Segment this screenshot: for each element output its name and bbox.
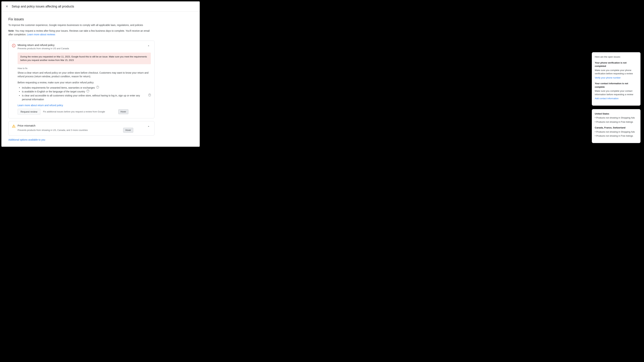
content-area: Fix issues To improve the customer exper… [2,12,162,147]
bullet-item-1: includes requirements for unwanted items… [19,86,151,90]
tooltip-countries: United States • Products not showing in … [592,109,640,143]
tooltip-contact-text: Make sure you complete your contact info… [595,89,638,96]
bullet-text-3: is clear and accessible to all customers… [22,94,147,102]
issue-header-left: ! Missing return and refund policy Preve… [12,44,69,50]
bullet-text-1: includes requirements for unwanted items… [22,86,95,90]
tooltip-open-issues: Here are the open issues: Your phone ver… [592,52,640,106]
tooltip-canada-bullet-2: • Products not showing in Free listings [595,134,638,138]
issue-title-group: Missing return and refund policy Prevent… [18,44,69,50]
how-to-fix-label: How to fix [18,67,151,70]
chevron-up-button-return-refund[interactable] [146,44,151,49]
learn-more-return-refund-link[interactable]: Learn more about return and refund polic… [18,104,63,107]
chevron-up-icon [147,44,150,47]
help-icon-3[interactable]: ? [148,94,151,96]
additional-options: Additional options available to you [8,138,154,141]
tooltip-title: Here are the open issues: [595,55,638,59]
warning-icon: ! [12,124,16,128]
svg-text:!: ! [14,126,14,127]
tooltip-us-bullet-1: • Products not showing in Shopping Ads [595,116,638,120]
hover-button-1[interactable]: Hover [118,109,128,114]
fix-description: Show a clear return and refund policy on… [18,71,151,78]
tooltip-canada-bullet-1: • Products not showing in Shopping Ads [595,130,638,134]
learn-more-reviews-link[interactable]: Learn more about reviews [27,33,55,36]
request-review-button[interactable]: Request review [18,109,40,115]
issue-subtitle-price-mismatch: Prevents products from showing in US, Ca… [18,128,133,133]
svg-text:!: ! [14,44,14,47]
tooltip-section-contact: Your contact information is not complete… [595,82,638,100]
issue-card-return-refund: ! Missing return and refund policy Preve… [8,41,154,118]
us-bullet-1-text: Products not showing in Shopping Ads [596,116,635,119]
verify-phone-link[interactable]: Verify your phone number [595,76,621,79]
tooltip-phone-text: Make sure you complete your phone verifi… [595,69,638,75]
canada-bullet-1-text: Products not showing in Shopping Ads [596,131,635,133]
tooltip-canada-title: Canada, France, Switzerland [595,126,638,130]
tooltip-us-section: United States • Products not showing in … [595,112,638,124]
note-text: Note: You may request a review after fix… [8,29,154,36]
issue-card-price-mismatch: ! Price mismatch Prevents products from … [8,121,154,136]
alert-box: During the review you requested on Mar 1… [18,53,151,64]
issue-header-price-mismatch: ! Price mismatch Prevents products from … [8,121,154,135]
issue-header-left-2: ! Price mismatch Prevents products from … [12,124,133,133]
tooltip-us-title: United States [595,112,638,116]
main-panel: ✕ Setup and policy issues affecting all … [2,2,200,147]
chevron-up-button-price-mismatch[interactable] [146,124,151,130]
issue-body-return-refund: During the review you requested on Mar 1… [8,53,154,118]
bullet-item-3: is clear and accessible to all customers… [19,94,151,102]
issue-title-return-refund: Missing return and refund policy [18,44,69,47]
tooltip-us-bullet-2: • Products not showing in Free listings [595,120,638,124]
tooltips-container: Here are the open issues: Your phone ver… [592,52,640,143]
tooltip-contact-title: Your contact information is not complete [595,82,638,89]
add-contact-link[interactable]: Add contact information [595,97,618,100]
action-row: Request review Fix additional issues bef… [18,109,151,115]
bullet-item-2: is available in English or the language … [19,90,151,94]
description-text: To improve the customer experience, Goog… [8,23,154,27]
tooltip-canada-section: Canada, France, Switzerland • Products n… [595,126,638,138]
fix-issues-title: Fix issues [8,17,154,21]
issue-title-group-2: Price mismatch Prevents products from sh… [18,124,133,133]
issue-subtitle-return-refund: Prevents products from showing in US and… [18,47,69,50]
fix-message: Fix additional issues before you request… [43,110,105,113]
before-review-text: Before requesting a review, make sure yo… [18,81,151,84]
issue-header-return-refund: ! Missing return and refund policy Preve… [8,41,154,53]
bullet-list: includes requirements for unwanted items… [19,86,151,102]
close-button[interactable]: ✕ [5,4,9,9]
help-icon-2[interactable]: ? [86,90,89,92]
chevron-up-icon-2 [147,125,150,128]
tooltip-phone-title: Your phone verification is not completed [595,61,638,68]
additional-options-link[interactable]: Additional options available to you [8,138,45,141]
subtitle-text-price: Prevents products from showing in US, Ca… [18,129,88,131]
us-bullet-2-text: Products not showing in Free listings [596,121,633,123]
note-prefix: Note [8,30,14,32]
error-icon: ! [12,44,16,47]
tooltip-section-phone: Your phone verification is not completed… [595,61,638,80]
header: ✕ Setup and policy issues affecting all … [2,2,200,12]
window-title: Setup and policy issues affecting all pr… [12,5,74,8]
help-icon-1[interactable]: ? [96,86,99,89]
bullet-text-2: is available in English or the language … [22,90,85,94]
issue-title-price-mismatch: Price mismatch [18,124,133,127]
canada-bullet-2-text: Products not showing in Free listings [596,135,633,137]
hover-button-2[interactable]: Hover [123,128,133,133]
